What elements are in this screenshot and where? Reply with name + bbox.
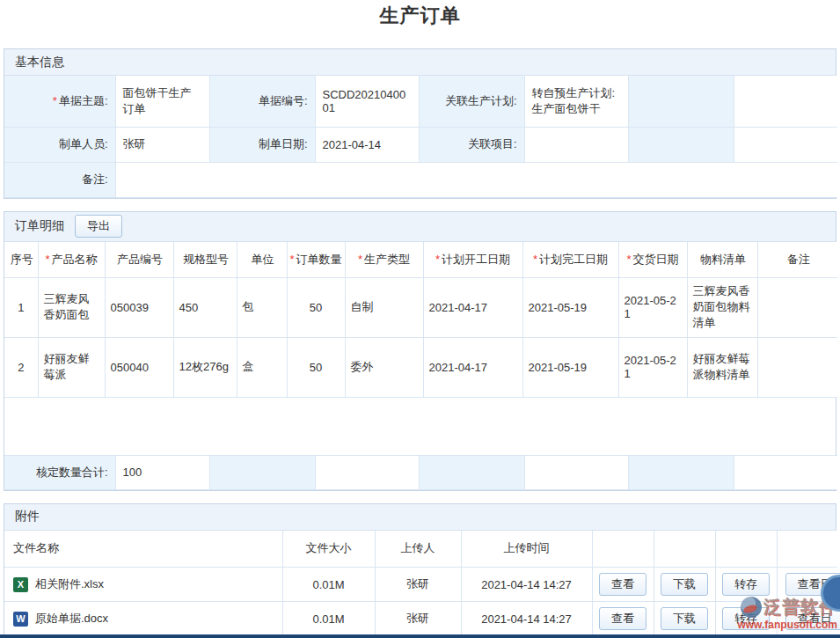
- column-header-qty: *订单数量: [287, 242, 345, 278]
- empty-label-cell: [419, 455, 524, 489]
- view-button[interactable]: 查看: [599, 573, 646, 596]
- field-value-order-no: SCDD2021040001: [315, 76, 419, 127]
- column-header-plan-finish: *计划完工日期: [522, 242, 618, 278]
- cell-spec: 450: [173, 277, 237, 337]
- column-header-unit: 单位: [237, 242, 287, 278]
- field-label-related-plan: 关联生产计划:: [419, 76, 524, 127]
- basic-info-section-header: 基本信息: [4, 49, 836, 76]
- details-empty-area: [4, 398, 836, 455]
- cell-unit: 盒: [237, 337, 287, 397]
- cell-seq: 1: [4, 277, 38, 337]
- cell-plan-start: 2021-04-17: [423, 337, 522, 397]
- cell-bom: 好丽友鲜莓派物料清单: [687, 337, 757, 397]
- column-header-actions: [654, 531, 715, 568]
- required-asterisk: *: [53, 94, 57, 107]
- total-qty-label: 核定数量合计:: [4, 455, 115, 489]
- cell-file-name: W 原始单据.docx: [4, 602, 282, 636]
- field-label-remark: 备注:: [4, 162, 115, 197]
- cell-prod-type: 自制: [345, 277, 423, 337]
- page-title: 生产订单: [0, 0, 840, 37]
- empty-label-cell: [628, 76, 734, 127]
- field-value-creator: 张研: [115, 127, 209, 162]
- order-details-header-row: 序号 *产品名称 产品编号 规格型号 单位 *订单数量 *生产类型 *计划开工日…: [4, 242, 837, 278]
- total-qty-value: 100: [115, 455, 209, 489]
- cell-plan-start: 2021-04-17: [423, 277, 522, 337]
- order-details-table: 序号 *产品名称 产品编号 规格型号 单位 *订单数量 *生产类型 *计划开工日…: [4, 242, 837, 398]
- cell-bom: 三辉麦风香奶面包物料清单: [687, 277, 757, 337]
- column-header-seq: 序号: [4, 242, 38, 278]
- export-button[interactable]: 导出: [75, 215, 122, 238]
- empty-label-cell: [209, 455, 315, 489]
- cell-product-code: 050040: [105, 337, 173, 397]
- basic-info-row-1: *单据主题: 面包饼干生产订单 单据编号: SCDD2021040001 关联生…: [4, 76, 837, 127]
- column-header-actions: [715, 531, 777, 568]
- save-as-button[interactable]: 转存: [722, 607, 770, 630]
- empty-value-cell: [524, 455, 628, 489]
- attachments-section-title: 附件: [15, 509, 40, 524]
- word-file-icon: W: [13, 612, 28, 627]
- column-header-prod-type: *生产类型: [345, 242, 423, 278]
- field-label-create-date: 制单日期:: [209, 127, 315, 162]
- download-button[interactable]: 下载: [661, 607, 708, 630]
- cell-file-name: X 相关附件.xlsx: [4, 568, 282, 602]
- cell-uploader: 张研: [375, 568, 461, 602]
- file-name-text: 相关附件.xlsx: [35, 576, 104, 592]
- empty-label-cell: [628, 455, 734, 489]
- column-header-product-name: *产品名称: [38, 242, 105, 278]
- empty-value-cell: [734, 127, 837, 162]
- basic-info-section-title: 基本信息: [15, 55, 64, 70]
- empty-label-cell: [628, 127, 734, 162]
- field-label-related-project: 关联项目:: [419, 127, 524, 162]
- table-row: 1 三辉麦风香奶面包 050039 450 包 50 自制 2021-04-17…: [4, 277, 837, 337]
- cell-upload-time: 2021-04-14 14:27: [461, 568, 592, 602]
- save-as-button[interactable]: 转存: [722, 573, 770, 596]
- cell-qty: 50: [287, 337, 345, 397]
- field-value-subject: 面包饼干生产订单: [115, 76, 209, 127]
- field-label-creator: 制单人员:: [4, 127, 115, 162]
- field-label-order-no: 单据编号:: [209, 76, 315, 127]
- cell-file-size: 0.01M: [282, 568, 375, 602]
- column-header-delivery: *交货日期: [618, 242, 687, 278]
- bottom-edge-bar: [0, 634, 840, 638]
- order-details-section-header: 订单明细 导出: [4, 212, 836, 242]
- cell-remark: [757, 277, 837, 337]
- column-header-file-size: 文件大小: [282, 531, 375, 568]
- empty-value-cell: [734, 76, 837, 127]
- column-header-actions: [592, 531, 654, 568]
- empty-value-cell: [315, 455, 419, 489]
- details-total-row: 核定数量合计: 100: [4, 455, 837, 490]
- column-header-bom: 物料清单: [687, 242, 757, 278]
- download-button[interactable]: 下载: [661, 573, 708, 596]
- column-header-remark: 备注: [757, 242, 837, 278]
- field-label-subject: *单据主题:: [4, 76, 115, 127]
- cell-plan-finish: 2021-05-19: [522, 337, 618, 397]
- cell-remark: [757, 337, 837, 397]
- column-header-file-name: 文件名称: [4, 531, 282, 568]
- cell-upload-time: 2021-04-14 14:27: [461, 602, 592, 636]
- view-log-button[interactable]: 查看日: [785, 607, 840, 630]
- basic-info-row-2: 制单人员: 张研 制单日期: 2021-04-14 关联项目:: [4, 127, 837, 162]
- field-value-related-plan: 转自预生产计划:生产面包饼干: [524, 76, 628, 127]
- table-row: W 原始单据.docx 0.01M 张研 2021-04-14 14:27 查看…: [4, 602, 837, 636]
- field-value-remark: [115, 162, 837, 197]
- excel-file-icon: X: [13, 577, 28, 592]
- order-details-section-title: 订单明细: [15, 218, 64, 234]
- column-header-spec: 规格型号: [173, 242, 237, 278]
- basic-info-table: *单据主题: 面包饼干生产订单 单据编号: SCDD2021040001 关联生…: [4, 76, 837, 198]
- basic-info-panel: 基本信息 *单据主题: 面包饼干生产订单 单据编号: SCDD202104000…: [4, 48, 836, 199]
- cell-delivery: 2021-05-21: [618, 277, 687, 337]
- cell-unit: 包: [237, 277, 287, 337]
- cell-product-name: 三辉麦风香奶面包: [38, 277, 105, 337]
- column-header-upload-time: 上传时间: [461, 531, 592, 568]
- field-value-create-date: 2021-04-14: [315, 127, 419, 162]
- cell-product-code: 050039: [105, 277, 173, 337]
- column-header-uploader: 上传人: [375, 531, 461, 568]
- attachments-panel: 附件 文件名称 文件大小 上传人 上传时间 X 相关附件.xlsx 0.01M: [4, 503, 836, 638]
- cell-plan-finish: 2021-05-19: [522, 277, 618, 337]
- cell-file-size: 0.01M: [282, 602, 375, 636]
- basic-info-row-3: 备注:: [4, 162, 837, 197]
- cell-delivery: 2021-05-21: [618, 337, 687, 397]
- cell-prod-type: 委外: [345, 337, 423, 397]
- view-button[interactable]: 查看: [599, 607, 646, 630]
- column-header-plan-start: *计划开工日期: [423, 242, 522, 278]
